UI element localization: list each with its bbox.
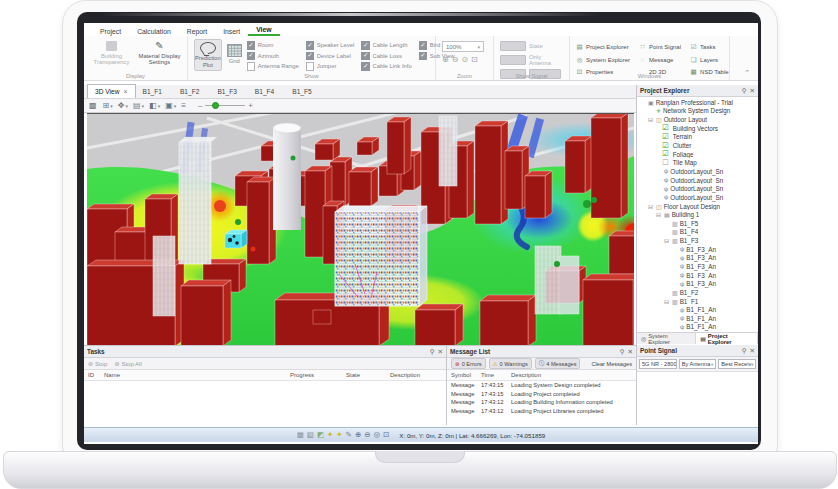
slider-plus[interactable]: + bbox=[248, 101, 253, 110]
viewport-tool-icon[interactable]: ▣ bbox=[165, 101, 176, 110]
tree-item[interactable]: ☑ Clutter bbox=[637, 141, 758, 150]
show-checkbox[interactable]: Cable Link Info bbox=[361, 61, 411, 72]
show-checkbox[interactable]: Speaker Level bbox=[306, 40, 355, 51]
ribbon-tab[interactable]: View bbox=[248, 24, 279, 36]
signal-only-antenna-row[interactable]: Only Antenna bbox=[500, 54, 563, 66]
document-tab[interactable]: B1_F3 bbox=[210, 85, 247, 98]
explorer-tab[interactable]: ▤ Project Explorer bbox=[696, 333, 758, 344]
stop-all-button[interactable]: ⊘Stop All bbox=[114, 360, 141, 367]
ribbon-tab[interactable]: Calculation bbox=[129, 26, 179, 36]
status-tool-icon[interactable]: ✦ bbox=[336, 431, 342, 439]
ribbon-collapse-icon[interactable]: ⌃ bbox=[744, 69, 750, 77]
signal-state-row[interactable]: State bbox=[500, 41, 563, 51]
tree-item[interactable]: ψ B1_F3_An bbox=[637, 245, 758, 254]
viewport-tool-icon[interactable]: ✥ bbox=[118, 101, 128, 110]
status-tool-icon[interactable]: ◎ bbox=[373, 431, 380, 439]
status-tool-icon[interactable]: ▦ bbox=[297, 431, 304, 439]
tree-checkbox[interactable]: ☑ bbox=[662, 133, 669, 141]
3d-viewport[interactable] bbox=[87, 113, 634, 346]
window-toggle-item[interactable]: ◌ Message bbox=[639, 56, 681, 63]
status-tool-icon[interactable]: ✦ bbox=[327, 431, 333, 439]
show-checkbox[interactable]: Room bbox=[247, 40, 299, 51]
close-icon[interactable]: ✕ bbox=[750, 87, 755, 95]
message-row[interactable]: Message 17:43:12 Loading Project Librari… bbox=[447, 407, 636, 416]
viewport-tool-icon[interactable]: ▩ bbox=[89, 101, 98, 110]
tree-item[interactable]: ⊟ ▥ B1_F1 bbox=[637, 297, 758, 306]
ribbon-tab[interactable]: Insert bbox=[215, 26, 248, 36]
message-filter-button[interactable]: ⓘ 4 Messages bbox=[535, 358, 581, 369]
tree-item[interactable]: ⊟ ◫ Floor Layout Design bbox=[637, 202, 758, 211]
document-tab[interactable]: B1_F5 bbox=[285, 85, 322, 98]
tree-item[interactable]: ψ OutdoorLayout_Sn bbox=[637, 167, 758, 176]
tree-expander-icon[interactable]: ⊟ bbox=[647, 203, 654, 210]
material-display-settings-button[interactable]: ✎ Material Display Settings bbox=[138, 39, 181, 66]
show-checkbox[interactable]: Antenna Range bbox=[247, 61, 299, 72]
stop-button[interactable]: ⊘Stop bbox=[88, 360, 107, 367]
message-filter-button[interactable]: ⊗ 0 Errors bbox=[451, 358, 486, 369]
viewport-tool-icon[interactable]: ≡ bbox=[181, 101, 187, 110]
close-icon[interactable]: ✕ bbox=[438, 348, 443, 356]
zoom-level-dropdown[interactable]: 100%▾ bbox=[442, 41, 484, 52]
tree-item[interactable]: ψ B1_F3_An bbox=[637, 271, 758, 280]
tree-expander-icon[interactable]: ⊟ bbox=[663, 237, 670, 244]
message-column-label[interactable]: Time bbox=[481, 372, 511, 378]
show-checkbox[interactable]: Cable Loss bbox=[361, 51, 411, 62]
message-filter-button[interactable]: ⚠ 0 Warnings bbox=[489, 358, 532, 369]
tree-expander-icon[interactable]: ⊟ bbox=[663, 298, 670, 305]
close-icon[interactable]: ✕ bbox=[628, 348, 633, 356]
window-toggle-item[interactable]: ▤ Project Explorer bbox=[576, 43, 630, 51]
tasks-column-label[interactable]: ID bbox=[88, 372, 104, 378]
prediction-plot-button[interactable]: Prediction Plot bbox=[194, 39, 222, 71]
tree-item[interactable]: ψ B1_F1_An bbox=[637, 323, 758, 332]
slider-knob[interactable] bbox=[212, 102, 219, 109]
window-toggle-item[interactable]: ∷ Point Signal bbox=[639, 43, 681, 51]
tree-checkbox[interactable]: ☑ bbox=[662, 150, 669, 158]
viewport-tool-icon[interactable]: ▤ bbox=[133, 101, 144, 110]
tree-expander-icon[interactable]: ⊟ bbox=[647, 116, 654, 123]
status-tool-icon[interactable]: ▧ bbox=[307, 431, 314, 439]
tree-item[interactable]: ☑ Building Vectors bbox=[637, 124, 758, 133]
pin-icon[interactable]: ⚲ bbox=[620, 348, 625, 356]
show-checkbox[interactable]: Device Label bbox=[306, 51, 355, 62]
pin-icon[interactable]: ⚲ bbox=[430, 348, 435, 356]
point-signal-dropdown[interactable]: By Antenna▾ bbox=[679, 359, 717, 369]
tree-item[interactable]: ψ OutdoorLayout_Sn bbox=[637, 184, 758, 193]
status-tool-icon[interactable]: ✎ bbox=[346, 431, 352, 439]
grid-button[interactable]: Grid bbox=[227, 39, 242, 69]
tree-item[interactable]: ☐ Tile Map bbox=[637, 158, 758, 167]
tree-item[interactable]: ▥ B1_F5 bbox=[637, 219, 758, 228]
status-tool-icon[interactable]: ⊕ bbox=[355, 431, 361, 439]
tree-item[interactable]: ψ OutdoorLayout_Sn bbox=[637, 193, 758, 202]
tasks-column-label[interactable]: Description bbox=[390, 372, 446, 378]
point-signal-dropdown[interactable]: 5G NR - 28000▾ bbox=[639, 359, 677, 369]
tree-item[interactable]: ⊟ ◫ Outdoor Layout bbox=[637, 115, 758, 124]
tab-close-icon[interactable]: × bbox=[123, 88, 127, 95]
tree-checkbox[interactable]: ☑ bbox=[662, 142, 669, 150]
ribbon-tab[interactable]: Project bbox=[92, 26, 129, 36]
tree-item[interactable]: ▥ B1_F2 bbox=[637, 288, 758, 297]
show-checkbox[interactable]: Cable Length bbox=[361, 40, 411, 51]
tree-item[interactable]: ψ B1_F1_An bbox=[637, 314, 758, 323]
zoom-tool-icon[interactable]: ⊕ bbox=[442, 55, 449, 64]
zoom-tool-icon[interactable]: ⊡ bbox=[471, 55, 478, 64]
tasks-column-label[interactable]: Progress bbox=[290, 372, 346, 378]
message-row[interactable]: Message 17:43:15 Loading System Design c… bbox=[447, 381, 636, 390]
tree-item[interactable]: ✳ Network System Design bbox=[637, 107, 758, 116]
viewport-tool-icon[interactable]: ⊞ bbox=[103, 101, 113, 110]
status-tool-icon[interactable]: ◩ bbox=[317, 431, 324, 439]
tree-item[interactable]: ⊟ ▤ Building 1 bbox=[637, 210, 758, 219]
window-toggle-item[interactable]: ☑ Tasks bbox=[690, 43, 729, 51]
tree-item[interactable]: ψ B1_F3_An bbox=[637, 279, 758, 288]
pin-icon[interactable]: ⚲ bbox=[742, 347, 747, 355]
document-tab[interactable]: B1_F4 bbox=[248, 85, 285, 98]
tasks-column-label[interactable]: Name bbox=[104, 372, 290, 378]
pin-icon[interactable]: ⚲ bbox=[742, 87, 747, 95]
message-row[interactable]: Message 17:43:12 Loading Building Inform… bbox=[447, 398, 636, 407]
viewport-tool-icon[interactable]: ◧ bbox=[149, 101, 160, 110]
slider-track[interactable] bbox=[205, 105, 245, 107]
status-tool-icon[interactable]: ⊖ bbox=[364, 431, 370, 439]
zoom-tool-icon[interactable]: ⊙ bbox=[461, 55, 468, 64]
tree-item[interactable]: ψ B1_F3_An bbox=[637, 262, 758, 271]
building-transparency-button[interactable]: Building Transparency bbox=[90, 39, 133, 66]
tree-item[interactable]: ψ B1_F3_An bbox=[637, 254, 758, 263]
